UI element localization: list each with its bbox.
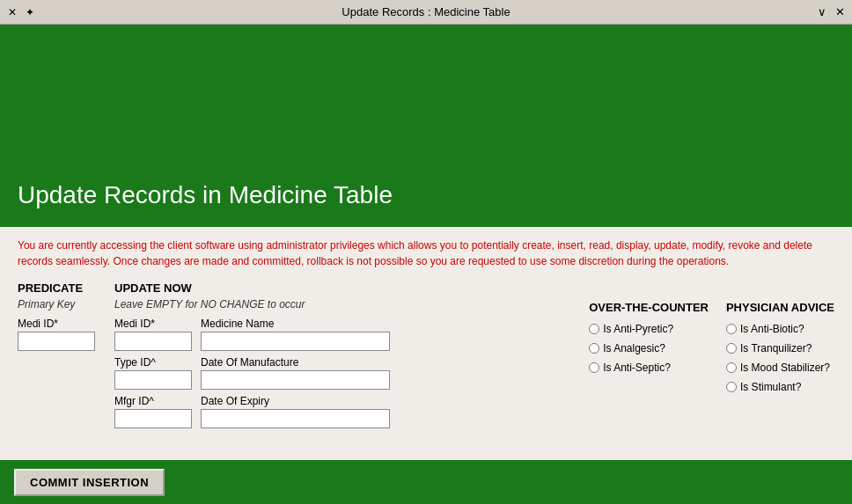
date-expiry-label: Date Of Expiry (201, 395, 390, 407)
window-close-button[interactable]: ✕ (833, 5, 847, 19)
pin-icon[interactable]: ✦ (23, 5, 37, 19)
stimulant-label: Is Stimulant? (740, 381, 801, 393)
update-medi-id-label: Medi ID* (114, 318, 192, 330)
date-manufacture-label: Date Of Manufacture (201, 356, 390, 369)
date-expiry-group: Date Of Expiry (201, 395, 390, 428)
anti-biotic-item[interactable]: Is Anti-Biotic? (726, 323, 834, 335)
update-subheader: Leave EMPTY for NO CHANGE to occur (114, 298, 571, 310)
title-bar: ✕ ✦ Update Records : Medicine Table ∨ ✕ (0, 0, 852, 25)
anti-septic-radio[interactable] (589, 362, 599, 373)
anti-septic-item[interactable]: Is Anti-Septic? (589, 362, 709, 374)
anti-biotic-label: Is Anti-Biotic? (740, 323, 804, 335)
mfgr-id-label: Mfgr ID^ (114, 395, 192, 407)
mfgr-id-group: Mfgr ID^ (114, 395, 192, 428)
update-row-3: Mfgr ID^ Date Of Expiry (114, 395, 571, 428)
anti-biotic-radio[interactable] (726, 324, 737, 334)
close-icon[interactable]: ✕ (5, 5, 19, 19)
minimize-button[interactable]: ∨ (815, 5, 829, 19)
anti-pyretic-label: Is Anti-Pyretic? (603, 323, 673, 335)
update-column: UPDATE NOW Leave EMPTY for NO CHANGE to … (114, 281, 571, 428)
update-medi-id-group: Medi ID* (114, 318, 192, 351)
anti-septic-label: Is Anti-Septic? (603, 362, 671, 374)
update-medi-id-input[interactable] (114, 332, 192, 351)
tranquilizer-radio[interactable] (726, 343, 737, 354)
admin-warning: You are currently accessing the client s… (18, 237, 834, 269)
predicate-medi-id-group: Medi ID* (18, 318, 114, 351)
type-id-group: Type ID^ (114, 356, 192, 390)
title-bar-controls: ∨ ✕ (815, 5, 847, 19)
analgesic-radio[interactable] (589, 343, 599, 354)
analgesic-label: Is Analgesic? (603, 342, 665, 354)
green-header: Update Records in Medicine Table (0, 25, 852, 227)
physician-column: PHYSICIAN ADVICE Is Anti-Biotic? Is Tran… (726, 301, 834, 428)
type-id-input[interactable] (114, 370, 192, 390)
predicate-medi-id-label: Medi ID* (18, 318, 114, 330)
date-expiry-input[interactable] (201, 409, 390, 428)
mfgr-id-input[interactable] (114, 409, 192, 428)
mood-stabilizer-label: Is Mood Stabilizer? (740, 362, 830, 374)
predicate-subheader: Primary Key (18, 298, 114, 310)
update-row-2: Type ID^ Date Of Manufacture (114, 356, 571, 390)
bottom-bar: COMMIT INSERTION (0, 460, 852, 504)
otc-column: OVER-THE-COUNTER Is Anti-Pyretic? Is Ana… (589, 301, 709, 428)
analgesic-item[interactable]: Is Analgesic? (589, 342, 709, 354)
medicine-name-label: Medicine Name (201, 318, 390, 330)
page-title: Update Records in Medicine Table (18, 181, 393, 209)
window-body: Update Records in Medicine Table You are… (0, 25, 852, 504)
update-row-1: Medi ID* Medicine Name (114, 318, 571, 351)
mood-stabilizer-radio[interactable] (726, 362, 737, 373)
window-title: Update Records : Medicine Table (342, 5, 510, 18)
physician-header: PHYSICIAN ADVICE (726, 301, 834, 314)
anti-pyretic-item[interactable]: Is Anti-Pyretic? (589, 323, 709, 335)
otc-header: OVER-THE-COUNTER (589, 301, 709, 314)
checkboxes-section: OVER-THE-COUNTER Is Anti-Pyretic? Is Ana… (589, 281, 834, 428)
form-section: PREDICATE Primary Key Medi ID* UPDATE NO… (18, 281, 834, 428)
content-area: You are currently accessing the client s… (0, 227, 852, 460)
date-manufacture-input[interactable] (201, 370, 390, 390)
stimulant-radio[interactable] (726, 382, 737, 392)
title-bar-left: ✕ ✦ (5, 5, 37, 19)
predicate-header: PREDICATE (18, 281, 114, 295)
anti-pyretic-radio[interactable] (589, 324, 599, 334)
tranquilizer-label: Is Tranquilizer? (740, 342, 812, 354)
type-id-label: Type ID^ (114, 356, 192, 369)
update-header: UPDATE NOW (114, 281, 571, 295)
tranquilizer-item[interactable]: Is Tranquilizer? (726, 342, 834, 354)
predicate-column: PREDICATE Primary Key Medi ID* (18, 281, 114, 428)
medicine-name-group: Medicine Name (201, 318, 390, 351)
date-manufacture-group: Date Of Manufacture (201, 356, 390, 390)
stimulant-item[interactable]: Is Stimulant? (726, 381, 834, 393)
medicine-name-input[interactable] (201, 332, 390, 351)
mood-stabilizer-item[interactable]: Is Mood Stabilizer? (726, 362, 834, 374)
commit-insertion-button[interactable]: COMMIT INSERTION (14, 469, 165, 496)
predicate-medi-id-input[interactable] (18, 332, 95, 351)
